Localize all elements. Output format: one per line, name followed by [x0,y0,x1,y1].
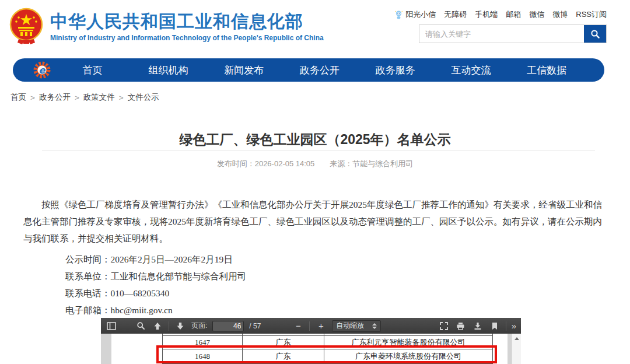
breadcrumb-home[interactable]: 首页 [10,92,26,103]
contact-email-line: 电子邮箱：hbc@miit.gov.cn [65,302,246,318]
svg-text:e: e [39,65,46,76]
breadcrumb-policy-docs[interactable]: 政策文件 [83,92,115,103]
quick-link-label: RSS订阅 [576,9,607,20]
search-icon [590,29,600,39]
contact-phone-line: 联系电话：010—68205340 [65,285,246,302]
breadcrumb-separator: > [119,93,124,102]
quick-link-mobile[interactable]: 手机端 [475,9,498,20]
title-divider [42,150,595,151]
pdf-scrollbar[interactable] [512,334,521,364]
site-title-cn: 中华人民共和国工业和信息化部 [50,12,324,32]
download-button[interactable] [472,320,484,332]
arrow-up-icon [153,322,162,330]
pdf-viewer: 页面: / 57 − + 自动缩放 [101,318,521,364]
robot-mascot-icon [394,10,403,19]
site-title-en: Ministry of Industry and Information Tec… [50,34,324,42]
sidebar-toggle-icon [107,322,116,330]
select-carets-icon [372,323,377,329]
nav-item-interaction[interactable]: 互动交流 [433,64,509,77]
main-nav: e 首页 组织机构 新闻发布 政务公开 政务服务 互动交流 工信数据 [13,58,604,82]
previous-page-button[interactable] [152,320,163,332]
search-input[interactable] [419,25,584,43]
highlight-red-box [156,345,497,363]
quick-link-weibo[interactable]: 微博 [552,9,568,20]
arrow-down-icon [176,322,184,330]
site-title: 中华人民共和国工业和信息化部 Ministry of Industry and … [50,12,324,42]
quick-links: 阳光小信 无障碍 手机端 邮箱 微信 微博 RSS订阅 [394,9,607,20]
next-page-button[interactable] [174,320,186,332]
pdf-toolbar: 页面: / 57 − + 自动缩放 [101,318,521,334]
pdf-content: 1647 广东 广东利元亨智能装备股份有限公司 1648 广东 广东申菱环境系统… [101,334,521,364]
download-icon [474,322,482,330]
nav-item-news[interactable]: 新闻发布 [206,64,282,77]
more-tools-button[interactable]: » [512,321,516,330]
quick-link-label: 微博 [552,9,568,20]
breadcrumb: 首页 > 政务公开 > 政策文件 > 文件公示 [10,92,159,103]
toolbar-divider [309,321,310,331]
breadcrumb-doc-publicity[interactable]: 文件公示 [128,92,159,103]
print-button[interactable] [455,320,467,332]
zoom-mode-value: 自动缩放 [336,321,364,331]
search-bar [419,24,607,43]
quick-link-accessibility[interactable]: 无障碍 [444,9,467,20]
publish-time: 发布时间：2026-02-05 14:05 [217,159,315,168]
quick-link-mail[interactable]: 邮箱 [506,9,521,20]
presentation-mode-button[interactable] [438,320,450,332]
nav-item-organization[interactable]: 组织机构 [131,64,206,77]
quick-link-rss[interactable]: RSS订阅 [576,9,607,20]
zoom-mode-select[interactable]: 自动缩放 [332,320,381,332]
bookmark-button[interactable] [489,320,501,332]
find-icon [136,321,145,330]
page: 中华人民共和国工业和信息化部 Ministry of Industry and … [0,0,630,364]
print-icon [456,322,465,330]
find-button[interactable] [135,320,146,332]
miit-logo-icon: e [33,61,51,79]
contact-unit-line: 联系单位：工业和信息化部节能与综合利用司 [65,268,246,285]
page-number-label: 页面: [191,321,207,331]
search-button[interactable] [584,25,606,43]
nav-item-home[interactable]: 首页 [55,64,131,77]
sidebar-toggle-button[interactable] [106,320,117,332]
page-total: / 57 [249,322,261,330]
contact-block: 公示时间：2026年2月5日—2026年2月19日 联系单位：工业和信息化部节能… [65,251,246,318]
article-title: 绿色工厂、绿色工业园区（2025年）名单公示 [0,131,630,149]
source: 来源：节能与综合利用司 [330,159,413,168]
zoom-out-button[interactable]: − [292,320,304,332]
quick-link-label: 微信 [529,9,544,20]
national-emblem-icon [7,8,46,45]
zoom-in-button[interactable]: + [315,320,327,332]
quick-link-label: 手机端 [475,9,498,20]
nav-item-gov-services[interactable]: 政务服务 [358,64,433,77]
article-meta: 发布时间：2026-02-05 14:05来源：节能与综合利用司 [0,159,630,169]
article-paragraph: 按照《绿色工厂梯度培育及管理暂行办法》《工业和信息化部办公厅关于开展2025年度… [23,196,608,247]
toolbar-divider [169,321,169,331]
nav-item-gov-affairs-open[interactable]: 政务公开 [282,64,358,77]
breadcrumb-separator: > [30,93,35,102]
toolbar-divider [506,321,506,331]
quick-link-wechat[interactable]: 微信 [529,9,544,20]
publicity-period-line: 公示时间：2026年2月5日—2026年2月19日 [65,251,246,268]
article-body: 按照《绿色工厂梯度培育及管理暂行办法》《工业和信息化部办公厅关于开展2025年度… [23,196,608,247]
bookmark-icon [491,322,498,330]
scrollbar-up-arrow-icon[interactable] [514,337,519,340]
nav-item-miit-data[interactable]: 工信数据 [509,64,584,77]
fullscreen-icon [440,322,448,330]
quick-link-label: 邮箱 [506,9,521,20]
quick-link-sunshine-assistant[interactable]: 阳光小信 [394,9,436,20]
page-number-input[interactable] [212,321,244,331]
quick-link-label: 阳光小信 [405,9,436,20]
breadcrumb-separator: > [75,93,79,102]
breadcrumb-gov-open[interactable]: 政务公开 [39,92,71,103]
quick-link-label: 无障碍 [444,9,467,20]
